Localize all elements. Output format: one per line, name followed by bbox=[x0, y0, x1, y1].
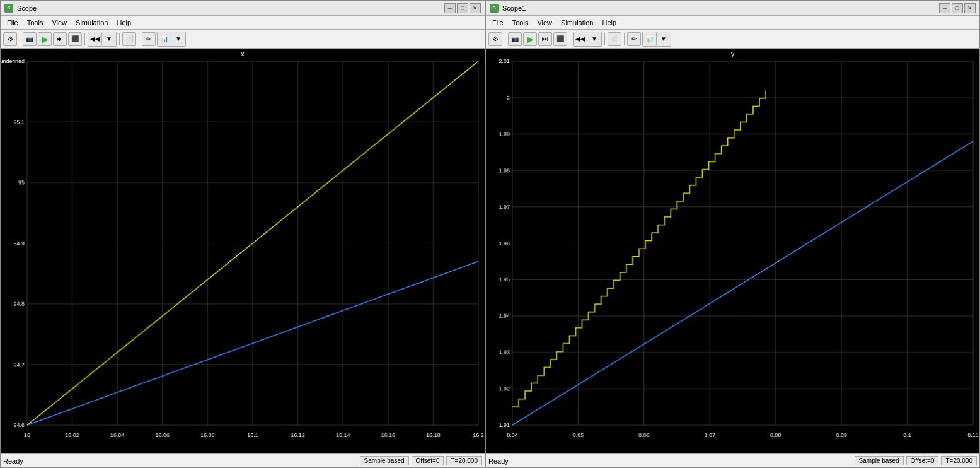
left-menu-view[interactable]: View bbox=[48, 18, 71, 27]
right-menu-bar: File Tools View Simulation Help bbox=[486, 16, 979, 30]
left-tb-play[interactable]: ▶ bbox=[38, 32, 52, 46]
right-minimize-button[interactable]: ─ bbox=[939, 3, 950, 13]
right-close-button[interactable]: ✕ bbox=[964, 3, 976, 13]
left-status-offset: Offset=0 bbox=[412, 456, 444, 465]
left-tb-nav1[interactable]: ◀◀ bbox=[88, 32, 102, 46]
right-menu-file[interactable]: File bbox=[488, 18, 507, 27]
right-title-bar: S Scope1 ─ □ ✕ bbox=[486, 1, 979, 16]
right-toolbar: ⚙ 📷 ▶ ⏭ ⬛ ◀◀ ▼ ⬜ ✏ 📊 ▼ bbox=[486, 30, 979, 49]
left-tb-snapshot[interactable]: 📷 bbox=[23, 32, 37, 46]
left-canvas bbox=[1, 59, 485, 441]
right-tb-sep2 bbox=[570, 33, 570, 45]
left-menu-bar: File Tools View Simulation Help bbox=[1, 16, 485, 30]
left-status-sample: Sample based bbox=[360, 456, 409, 465]
right-tb-step[interactable]: ⏭ bbox=[538, 32, 552, 46]
left-menu-help[interactable]: Help bbox=[113, 18, 135, 27]
right-tb-stop[interactable]: ⬛ bbox=[553, 32, 567, 46]
left-menu-simulation[interactable]: Simulation bbox=[72, 18, 112, 27]
left-tb-nav-arrow[interactable]: ▼ bbox=[102, 32, 116, 46]
right-menu-view[interactable]: View bbox=[533, 18, 556, 27]
left-scope-icon: S bbox=[4, 4, 13, 13]
right-tb-nav-group: ◀◀ ▼ bbox=[573, 32, 602, 47]
left-menu-tools[interactable]: Tools bbox=[23, 18, 47, 27]
left-tb-chart-arrow[interactable]: ▼ bbox=[171, 32, 185, 46]
right-tb-sep4 bbox=[624, 33, 625, 45]
left-tb-zoom[interactable]: ⬜ bbox=[122, 32, 136, 46]
right-title-text: Scope1 bbox=[502, 4, 526, 12]
left-tb-sep4 bbox=[139, 33, 139, 45]
left-tb-nav-group: ◀◀ ▼ bbox=[88, 32, 117, 47]
left-tb-sep3 bbox=[119, 33, 120, 45]
left-status-ready: Ready bbox=[3, 457, 357, 465]
left-minimize-button[interactable]: ─ bbox=[444, 3, 456, 13]
right-scope-icon: S bbox=[490, 4, 499, 13]
left-tb-settings[interactable]: ⚙ bbox=[3, 32, 17, 46]
right-menu-help[interactable]: Help bbox=[598, 18, 620, 27]
left-tb-chart-group: 📊 ▼ bbox=[157, 32, 186, 47]
right-menu-simulation[interactable]: Simulation bbox=[557, 18, 597, 27]
right-plot-title: y bbox=[486, 49, 979, 59]
left-plot-area: x bbox=[1, 49, 485, 453]
right-menu-tools[interactable]: Tools bbox=[509, 18, 533, 27]
left-toolbar: ⚙ 📷 ▶ ⏭ ⬛ ◀◀ ▼ ⬜ ✏ 📊 ▼ bbox=[1, 30, 485, 49]
left-menu-file[interactable]: File bbox=[3, 18, 22, 27]
right-status-bar: Ready Sample based Offset=0 T=20.000 bbox=[486, 453, 979, 467]
left-tb-cursor[interactable]: ✏ bbox=[142, 32, 156, 46]
left-tb-chart[interactable]: 📊 bbox=[158, 32, 171, 46]
right-tb-sep3 bbox=[604, 33, 605, 45]
right-status-sample: Sample based bbox=[855, 456, 904, 465]
right-plot-area: y bbox=[486, 49, 979, 453]
left-tb-stop[interactable]: ⬛ bbox=[68, 32, 82, 46]
left-window-controls: ─ □ ✕ bbox=[444, 3, 481, 13]
left-tb-step[interactable]: ⏭ bbox=[53, 32, 67, 46]
left-title-text: Scope bbox=[17, 4, 37, 12]
left-title-left: S Scope bbox=[4, 4, 37, 13]
right-status-ready: Ready bbox=[488, 457, 852, 465]
left-close-button[interactable]: ✕ bbox=[470, 3, 481, 13]
right-status-offset: Offset=0 bbox=[906, 456, 939, 465]
left-status-time: T=20.000 bbox=[446, 456, 482, 465]
right-window-controls: ─ □ ✕ bbox=[939, 3, 976, 13]
right-tb-nav-arrow[interactable]: ▼ bbox=[587, 32, 601, 46]
right-scope-window: S Scope1 ─ □ ✕ File Tools View Simulatio… bbox=[485, 0, 980, 468]
left-maximize-button[interactable]: □ bbox=[457, 3, 468, 13]
left-title-bar: S Scope ─ □ ✕ bbox=[1, 1, 485, 16]
right-tb-snapshot[interactable]: 📷 bbox=[508, 32, 522, 46]
right-tb-play[interactable]: ▶ bbox=[523, 32, 537, 46]
left-status-bar: Ready Sample based Offset=0 T=20.000 bbox=[1, 453, 485, 467]
left-tb-sep2 bbox=[84, 33, 85, 45]
right-tb-chart-group: 📊 ▼ bbox=[642, 32, 671, 47]
left-tb-sep1 bbox=[20, 33, 20, 45]
right-tb-settings[interactable]: ⚙ bbox=[488, 32, 502, 46]
left-scope-window: S Scope ─ □ ✕ File Tools View Simulation… bbox=[0, 0, 485, 468]
left-plot-title: x bbox=[1, 49, 485, 59]
right-title-left: S Scope1 bbox=[490, 4, 526, 13]
right-maximize-button[interactable]: □ bbox=[952, 3, 963, 13]
right-status-time: T=20.000 bbox=[941, 456, 977, 465]
right-tb-zoom[interactable]: ⬜ bbox=[608, 32, 621, 46]
right-tb-sep1 bbox=[505, 33, 505, 45]
right-canvas bbox=[486, 59, 979, 441]
right-tb-chart[interactable]: 📊 bbox=[643, 32, 657, 46]
right-tb-chart-arrow[interactable]: ▼ bbox=[657, 32, 671, 46]
right-tb-nav1[interactable]: ◀◀ bbox=[574, 32, 587, 46]
right-tb-cursor[interactable]: ✏ bbox=[627, 32, 641, 46]
